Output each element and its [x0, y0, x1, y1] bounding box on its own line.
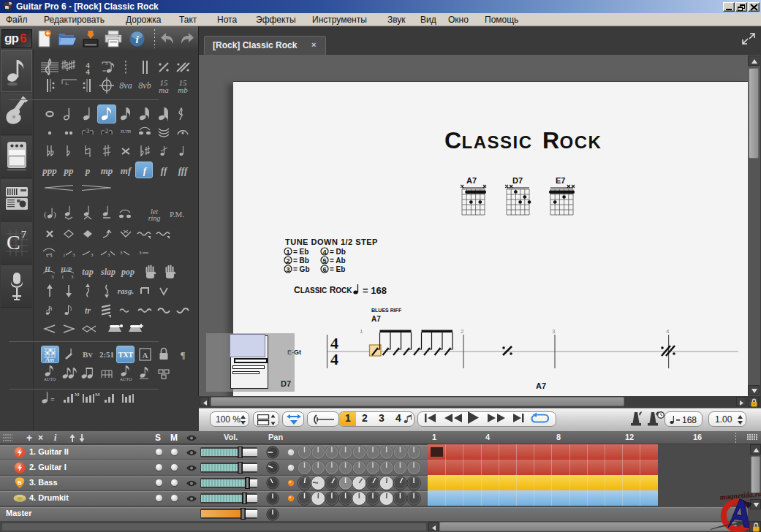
- svg-text:x.: x.: [65, 80, 69, 86]
- svg-text:= Db: = Db: [330, 248, 346, 256]
- svg-text:Am: Am: [45, 356, 54, 363]
- svg-text:= Eb: = Eb: [330, 265, 345, 273]
- svg-text:3: 3: [120, 250, 123, 256]
- svg-text:n:m: n:m: [121, 127, 131, 134]
- svg-text:1: 1: [61, 274, 64, 280]
- svg-text:ma: ma: [159, 86, 169, 94]
- svg-text:4: 4: [322, 248, 326, 256]
- svg-text:E7: E7: [556, 176, 565, 185]
- svg-text:8vb: 8vb: [138, 80, 151, 91]
- svg-text:2: 2: [105, 128, 108, 134]
- svg-text:pp: pp: [64, 165, 75, 176]
- svg-text:3: 3: [286, 266, 289, 273]
- svg-text:B: B: [18, 479, 22, 486]
- svg-text:mb: mb: [178, 86, 188, 94]
- svg-text:(: (: [44, 210, 47, 219]
- svg-text:D7: D7: [512, 176, 523, 185]
- svg-text:): ): [53, 210, 56, 219]
- svg-text:3: 3: [91, 252, 94, 258]
- svg-text:ring: ring: [148, 214, 161, 222]
- svg-text:3: 3: [71, 274, 74, 280]
- svg-text:M: M: [95, 392, 100, 398]
- svg-text:A7: A7: [371, 315, 381, 323]
- svg-text:1: 1: [63, 252, 66, 258]
- svg-text:BLUES RIFF: BLUES RIFF: [371, 308, 402, 313]
- svg-text:2:51: 2:51: [99, 350, 114, 359]
- svg-text:slap: slap: [100, 267, 116, 277]
- svg-text:f: f: [143, 165, 148, 176]
- svg-text:mf: mf: [121, 165, 132, 176]
- svg-text:A: A: [143, 351, 148, 360]
- svg-text:3: 3: [86, 128, 89, 134]
- svg-text:¶: ¶: [180, 349, 185, 360]
- svg-text:5: 5: [322, 257, 326, 265]
- svg-text:3: 3: [107, 252, 110, 258]
- svg-text:3: 3: [105, 61, 108, 66]
- svg-text:TXT: TXT: [118, 351, 134, 359]
- svg-text:AUTO: AUTO: [44, 377, 56, 381]
- svg-text:AUTO: AUTO: [120, 377, 132, 381]
- svg-text:C: C: [7, 231, 20, 254]
- svg-text:3: 3: [72, 252, 75, 258]
- svg-text:ppp: ppp: [42, 165, 57, 176]
- svg-text:2: 2: [286, 257, 289, 265]
- svg-text:= Eb: = Eb: [293, 248, 308, 256]
- svg-text:M: M: [75, 392, 80, 398]
- svg-text:4: 4: [666, 328, 670, 335]
- svg-text:= Ab: = Ab: [330, 256, 346, 265]
- svg-text:fff: fff: [178, 165, 189, 176]
- svg-text:= Bb: = Bb: [293, 256, 309, 265]
- svg-text:8va: 8va: [119, 80, 132, 91]
- svg-text:=: =: [102, 67, 106, 75]
- svg-text:1: 1: [286, 248, 289, 256]
- svg-text:1: 1: [360, 328, 363, 335]
- svg-text:= Gb: = Gb: [293, 265, 310, 273]
- svg-text:ff: ff: [161, 165, 168, 176]
- svg-text:p: p: [85, 165, 91, 176]
- svg-text:A7: A7: [466, 176, 477, 185]
- svg-text:3: 3: [552, 328, 556, 335]
- svg-text:tr: tr: [85, 305, 91, 316]
- svg-text:4: 4: [330, 350, 338, 368]
- svg-text:mp: mp: [101, 165, 113, 176]
- svg-text:7: 7: [21, 229, 26, 240]
- svg-text:= 168: = 168: [363, 285, 387, 296]
- svg-text:tap: tap: [82, 267, 93, 277]
- svg-text:3: 3: [139, 250, 142, 256]
- svg-text:rasg.: rasg.: [118, 286, 134, 295]
- svg-text:=: =: [50, 395, 55, 403]
- svg-text:P.M.: P.M.: [170, 210, 184, 218]
- svg-text:2: 2: [461, 328, 464, 335]
- svg-text:4: 4: [86, 67, 90, 76]
- svg-text:pop: pop: [121, 267, 135, 277]
- svg-text:A7: A7: [536, 381, 546, 390]
- svg-text:168: 168: [682, 415, 697, 425]
- svg-text:BV: BV: [83, 350, 93, 359]
- svg-text:3: 3: [51, 274, 54, 280]
- svg-text:6: 6: [322, 266, 326, 273]
